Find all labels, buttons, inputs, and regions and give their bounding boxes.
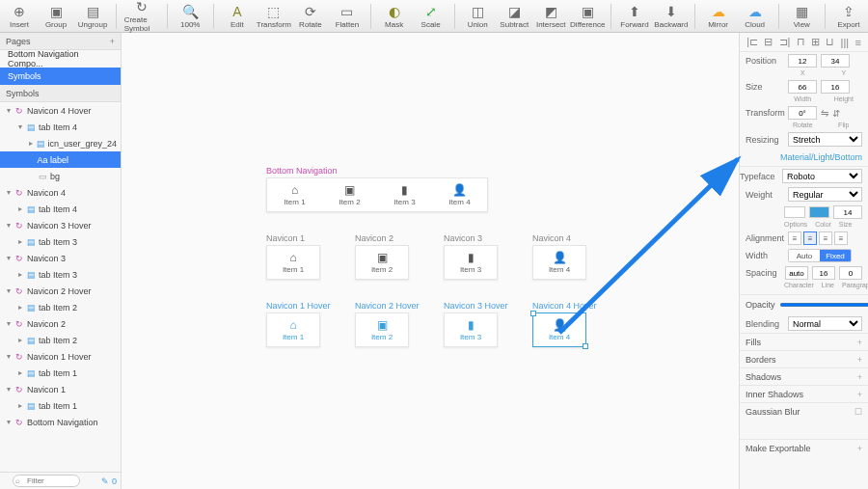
artboard[interactable]: ▣Item 2	[355, 312, 409, 347]
tool-mirror[interactable]: ☁Mirror	[703, 4, 734, 29]
position-x-input[interactable]	[788, 54, 817, 68]
artboard[interactable]: ▮Item 3	[444, 245, 498, 280]
nav-item[interactable]: ▣Item 2	[356, 313, 408, 346]
section-gaussian-blur[interactable]: Gaussian Blur☐	[740, 402, 868, 420]
width-auto[interactable]: Auto	[789, 250, 820, 261]
artboard[interactable]: ⌂Item 1▣Item 2▮Item 3👤Item 4	[266, 177, 488, 212]
nav-item[interactable]: ▣Item 2	[322, 178, 377, 211]
artboard-title[interactable]: Bottom Navigation	[266, 166, 338, 176]
layer-row[interactable]: ▸▤icn_user_grey_24	[0, 135, 121, 151]
artboard[interactable]: ▮Item 3	[444, 312, 498, 347]
opacity-slider[interactable]	[779, 303, 868, 307]
add-icon[interactable]: +	[857, 338, 862, 347]
resizing-select[interactable]: Stretch	[788, 132, 862, 147]
artboard-title[interactable]: Navicon 4 Hover	[532, 301, 597, 311]
align-bottom-icon[interactable]: ⊔	[826, 36, 834, 48]
tool-export[interactable]: ⇪Export	[833, 4, 864, 29]
layer-row[interactable]: ▾↻Navicon 1 Hover	[0, 348, 121, 365]
artboard-title[interactable]: Navicon 3	[444, 233, 482, 243]
artboard[interactable]: ⌂Item 1	[266, 312, 320, 347]
nav-item[interactable]: ▮Item 3	[445, 313, 497, 346]
disclosure-icon[interactable]: ▸	[15, 368, 25, 377]
tool-transform[interactable]: ⬚Transform	[258, 4, 289, 29]
disclosure-icon[interactable]: ▸	[27, 139, 36, 148]
tool-flatten[interactable]: ▭Flatten	[332, 4, 363, 29]
flip-h-icon[interactable]: ⇋	[821, 108, 828, 119]
disclosure-icon[interactable]: ▾	[4, 188, 14, 197]
layer-row[interactable]: ▸▤tab Item 3	[0, 233, 121, 250]
width-input[interactable]	[788, 80, 817, 94]
disclosure-icon[interactable]: ▸	[15, 401, 25, 410]
tool-subtract[interactable]: ◪Subtract	[499, 4, 529, 29]
width-fixed[interactable]: Fixed	[820, 250, 851, 261]
align-top-icon[interactable]: ⊓	[797, 36, 805, 48]
nav-item[interactable]: ▮Item 3	[377, 178, 432, 211]
layer-row[interactable]: ▸▤tab Item 1	[0, 397, 121, 414]
layer-row[interactable]: ▸▤tab Item 3	[0, 266, 121, 283]
add-icon[interactable]: +	[857, 355, 862, 365]
canvas[interactable]: Bottom Navigation⌂Item 1▣Item 2▮Item 3👤I…	[122, 33, 739, 489]
font-size-input[interactable]	[833, 205, 862, 219]
artboard-title[interactable]: Navicon 2	[355, 233, 393, 243]
disclosure-icon[interactable]: ▾	[4, 106, 14, 115]
layer-row[interactable]: ▾↻Navicon 3	[0, 250, 121, 266]
char-spacing-input[interactable]	[785, 266, 808, 280]
tool-rotate[interactable]: ⟳Rotate	[295, 4, 326, 29]
tool-edit[interactable]: AEdit	[222, 4, 253, 29]
tool-create-symbol[interactable]: ↻Create Symbol	[124, 0, 159, 33]
layer-row[interactable]: ▭bg	[0, 168, 121, 184]
layer-row[interactable]: ▾↻Navicon 1	[0, 381, 121, 397]
tool-backward[interactable]: ⬇Backward	[656, 4, 687, 29]
tool-difference[interactable]: ▣Difference	[572, 4, 603, 29]
layer-row[interactable]: ▸▤tab Item 4	[0, 201, 121, 217]
layer-row[interactable]: ▾↻Navicon 3 Hover	[0, 217, 121, 233]
artboard[interactable]: 👤Item 4	[532, 245, 586, 280]
nav-item[interactable]: 👤Item 4	[533, 246, 585, 279]
distribute-v-icon[interactable]: ≡	[854, 37, 860, 48]
filter-input[interactable]	[13, 475, 80, 487]
disclosure-icon[interactable]: ▾	[4, 418, 14, 426]
tool-intersect[interactable]: ◩Intersect	[535, 4, 566, 29]
text-color-chip[interactable]	[809, 206, 830, 218]
artboard-title[interactable]: Navicon 1 Hover	[266, 301, 331, 311]
tool-forward[interactable]: ⬆Forward	[619, 4, 650, 29]
tool-insert[interactable]: ⊕Insert	[4, 4, 35, 29]
tool-group[interactable]: ▣Group	[41, 4, 71, 29]
artboard-title[interactable]: Navicon 4	[532, 233, 571, 243]
height-input[interactable]	[821, 80, 850, 94]
width-toggle[interactable]: Auto Fixed	[788, 249, 852, 262]
nav-item[interactable]: 👤Item 4	[432, 178, 487, 211]
disclosure-icon[interactable]: ▾	[4, 221, 14, 230]
disclosure-icon[interactable]: ▸	[15, 204, 25, 213]
disclosure-icon[interactable]: ▾	[4, 385, 14, 394]
disclosure-icon[interactable]: ▸	[15, 237, 25, 246]
add-icon[interactable]: ☐	[854, 407, 862, 417]
typeface-select[interactable]: Roboto	[782, 169, 862, 183]
nav-item[interactable]: ⌂Item 1	[267, 178, 322, 211]
nav-item[interactable]: ⌂Item 1	[267, 246, 319, 279]
tool-cloud[interactable]: ☁Cloud	[740, 4, 771, 29]
layer-row[interactable]: ▾↻Navicon 2	[0, 315, 121, 332]
artboard[interactable]: ⌂Item 1	[266, 245, 320, 280]
layer-row[interactable]: ▸▤tab Item 2	[0, 332, 121, 348]
tool-ungroup[interactable]: ▤Ungroup	[77, 4, 108, 29]
artboard-title[interactable]: Navicon 2 Hover	[355, 301, 420, 311]
disclosure-icon[interactable]: ▸	[15, 303, 25, 312]
nav-item[interactable]: ⌂Item 1	[267, 313, 319, 346]
weight-select[interactable]: Regular	[788, 187, 862, 202]
add-icon[interactable]: +	[857, 372, 862, 382]
layer-row[interactable]: ▾↻Navicon 4	[0, 184, 121, 201]
section-shadows[interactable]: Shadows+	[740, 367, 868, 385]
layer-row[interactable]: ▾↻Navicon 2 Hover	[0, 283, 121, 299]
symbol-path[interactable]: Material/Light/Bottom	[740, 149, 868, 167]
disclosure-icon[interactable]: ▸	[15, 270, 25, 279]
tool-mask[interactable]: ◐Mask	[379, 4, 410, 29]
artboard-title[interactable]: Navicon 1	[266, 233, 305, 243]
artboard-title[interactable]: Navicon 3 Hover	[444, 301, 508, 311]
nav-item[interactable]: ▮Item 3	[445, 246, 497, 279]
page-item[interactable]: Bottom Navigation Compo...	[0, 50, 121, 68]
add-icon[interactable]: +	[857, 390, 862, 399]
section-borders[interactable]: Borders+	[740, 350, 868, 367]
layer-row[interactable]: ▾▤tab Item 4	[0, 119, 121, 135]
disclosure-icon[interactable]: ▾	[4, 254, 14, 262]
